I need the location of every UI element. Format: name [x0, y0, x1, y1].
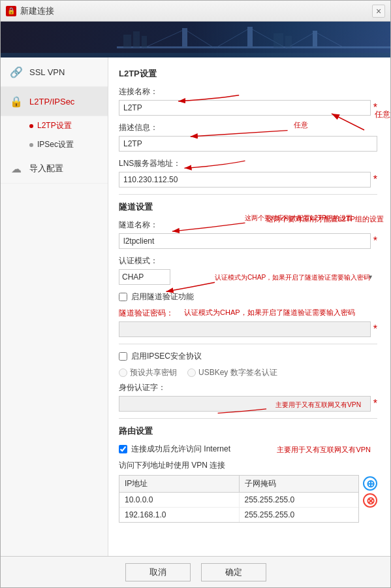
- tunnel-auth-password-row: *: [119, 321, 377, 337]
- window-title: 新建连接: [20, 5, 54, 17]
- svg-rect-2: [117, 46, 390, 48]
- auth-type-radio-row: 预设共享密钥 USBKey 数字签名认证: [119, 367, 377, 378]
- close-button[interactable]: ×: [372, 5, 385, 18]
- sidebar-label-ssl: SSL VPN: [29, 67, 65, 77]
- auth-mode-group: 认证模式： CHAP PAP MS-CHAP MS-CHAPv2: [119, 255, 377, 285]
- tunnel-name-input[interactable]: [119, 233, 371, 249]
- tunnel-auth-checkbox-row: 启用隧道验证功能: [119, 291, 377, 302]
- route-row-1-ip: 192.168.1.0: [119, 508, 240, 522]
- tunnel-name-label: 隧道名称：: [119, 220, 377, 231]
- route-row-0-mask: 255.255.255.0: [240, 493, 359, 507]
- tunnel-auth-password-input[interactable]: [119, 321, 371, 337]
- link-icon: 🔗: [8, 64, 24, 80]
- sidebar-sub-l2tp: L2TP设置 IPSec设置: [1, 116, 108, 154]
- sidebar-item-l2tp-ipsec[interactable]: 🔒 L2TP/IPSec: [1, 87, 108, 116]
- connection-name-required: *: [373, 103, 377, 113]
- sidebar-item-ssl-vpn[interactable]: 🔗 SSL VPN: [1, 57, 108, 87]
- vpn-routes-label: 访问下列地址时使用 VPN 连接: [119, 460, 377, 471]
- svg-rect-14: [142, 36, 147, 48]
- svg-line-8: [215, 28, 250, 48]
- title-bar-left: 🔒 新建连接: [6, 5, 54, 17]
- auth-mode-select-wrapper: CHAP PAP MS-CHAP MS-CHAPv2: [119, 269, 377, 285]
- tunnel-auth-password-label: 隧道验证密码：: [119, 308, 377, 319]
- description-group: 描述信息： 任: [119, 122, 377, 152]
- bottom-bar: 取消 确定: [1, 556, 390, 587]
- vpn-routes-label-wrapper: 访问下列地址时使用 VPN 连接: [119, 460, 377, 471]
- tunnel-auth-password-group: 隧道验证密码： 认证模式为CHAP，如果开启了隧道验证需要输入密码 *: [119, 308, 377, 337]
- route-table-container: IP地址 子网掩码 10.0.0.0 255.255.255.0 192.168…: [119, 475, 359, 523]
- svg-rect-3: [182, 28, 187, 48]
- divider-1: [119, 194, 377, 195]
- hero-banner: [1, 22, 390, 57]
- window-icon: 🔒: [6, 6, 16, 16]
- route-header-mask: 子网掩码: [240, 476, 359, 492]
- route-row-0-ip: 10.0.0.0: [119, 493, 240, 507]
- add-route-button[interactable]: ⊕: [363, 476, 377, 491]
- lns-server-label: LNS服务器地址：: [119, 158, 377, 169]
- sidebar-item-import-config[interactable]: ☁ 导入配置: [1, 154, 108, 184]
- tunnel-auth-checkbox[interactable]: [119, 293, 127, 301]
- identity-label: 身份认证字：: [119, 382, 377, 393]
- svg-line-9: [250, 28, 287, 48]
- route-section: IP地址 子网掩码 10.0.0.0 255.255.255.0 192.168…: [119, 475, 377, 523]
- sidebar-sub-label-l2tp-settings: L2TP设置: [37, 120, 72, 131]
- identity-input[interactable]: [119, 396, 371, 412]
- lns-server-input[interactable]: [119, 172, 371, 188]
- cloud-icon: ☁: [8, 161, 24, 176]
- sidebar-sub-item-l2tp-settings[interactable]: L2TP设置: [29, 116, 108, 135]
- tunnel-name-required: *: [373, 236, 377, 246]
- auth-mode-label: 认证模式：: [119, 255, 377, 267]
- table-row[interactable]: 10.0.0.0 255.255.255.0: [119, 493, 358, 508]
- remove-route-button[interactable]: ⊗: [363, 493, 377, 508]
- section-route-header: 路由设置: [119, 425, 377, 437]
- usbkey-radio[interactable]: [187, 368, 196, 377]
- description-input[interactable]: [119, 136, 377, 152]
- sidebar-label-import: 导入配置: [29, 163, 63, 174]
- route-actions: ⊕ ⊗: [363, 475, 377, 508]
- svg-rect-12: [123, 35, 131, 48]
- usbkey-radio-label: USBKey 数字签名认证: [198, 367, 277, 378]
- cancel-button[interactable]: 取消: [125, 563, 191, 581]
- content-scroll: L2TP设置 连接名称： * 描述信息：: [108, 57, 390, 544]
- identity-required: *: [373, 399, 377, 409]
- allow-internet-checkbox[interactable]: [119, 445, 127, 453]
- usbkey-radio-item: USBKey 数字签名认证: [187, 367, 277, 378]
- svg-rect-13: [133, 31, 140, 48]
- lns-server-group: LNS服务器地址： *: [119, 158, 377, 188]
- auth-mode-row: CHAP PAP MS-CHAP MS-CHAPv2: [119, 269, 377, 285]
- connection-name-row: *: [119, 100, 377, 116]
- allow-internet-label: 连接成功后允许访问 Internet: [131, 444, 230, 455]
- dot-l2tp-settings: [29, 124, 33, 128]
- ok-button[interactable]: 确定: [201, 563, 266, 581]
- title-bar: 🔒 新建连接 ×: [1, 1, 390, 22]
- allow-internet-wrapper: 连接成功后允许访问 Internet 主要用于又有互联网又有VPN: [119, 444, 377, 455]
- dot-ipsec-settings: [29, 143, 33, 147]
- content-area[interactable]: L2TP设置 连接名称： * 描述信息：: [108, 57, 390, 556]
- connection-name-input[interactable]: [119, 100, 371, 116]
- divider-3: [119, 418, 377, 419]
- sidebar-label-l2tp: L2TP/IPSec: [29, 97, 74, 106]
- svg-line-10: [287, 32, 315, 48]
- route-table-header: IP地址 子网掩码: [119, 476, 358, 493]
- psk-radio-label: 预设共享密钥: [130, 367, 177, 378]
- lns-server-row: *: [119, 172, 377, 188]
- identity-group: 身份认证字： *: [119, 382, 377, 412]
- ipsec-checkbox[interactable]: [119, 352, 127, 361]
- table-row[interactable]: 192.168.1.0 255.255.255.0: [119, 508, 358, 522]
- allow-internet-checkbox-row: 连接成功后允许访问 Internet: [119, 444, 377, 455]
- svg-rect-4: [247, 27, 253, 48]
- auth-mode-select[interactable]: CHAP PAP MS-CHAP MS-CHAPv2: [119, 269, 170, 285]
- psk-radio[interactable]: [119, 368, 127, 377]
- psk-radio-item: 预设共享密钥: [119, 367, 177, 378]
- bottom-spacer: [119, 523, 377, 536]
- tunnel-name-row: *: [119, 233, 377, 249]
- route-header-ip: IP地址: [119, 476, 240, 492]
- connection-name-group: 连接名称： *: [119, 86, 377, 116]
- svg-rect-15: [274, 33, 283, 48]
- section-tunnel-header: 隧道设置: [119, 201, 377, 213]
- section-l2tp-header: L2TP设置: [119, 68, 377, 80]
- bridge-svg: [1, 22, 390, 57]
- tunnel-auth-password-required: *: [373, 324, 377, 335]
- description-label: 描述信息：: [119, 122, 377, 133]
- sidebar-sub-item-ipsec-settings[interactable]: IPSec设置: [29, 135, 108, 154]
